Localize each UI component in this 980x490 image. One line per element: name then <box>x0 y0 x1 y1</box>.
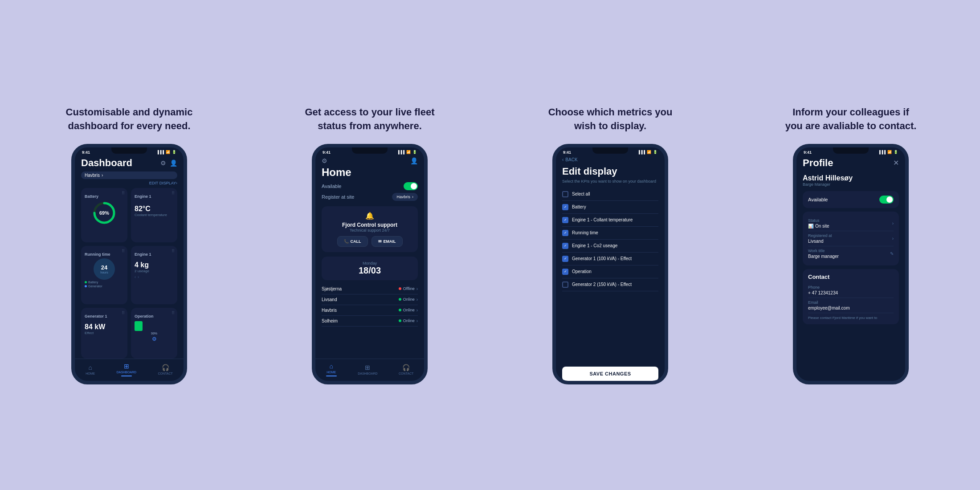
s2-dashboard-icon: ⊞ <box>365 364 370 371</box>
site-tag[interactable]: Havbris › <box>392 193 418 201</box>
s4-battery-icon: 🔋 <box>894 150 898 154</box>
fleet-status-3: Online › <box>399 318 418 323</box>
checkbox-row-4[interactable]: Engine 1 - Co2 useage <box>562 240 658 253</box>
checkbox-row-6[interactable]: Operation <box>562 265 658 278</box>
checkbox-4[interactable] <box>562 243 568 249</box>
drag-icon-engine1b[interactable]: ⠿ <box>172 249 175 253</box>
bell-icon: 🔔 <box>327 212 412 220</box>
registered-value: Livsand <box>808 239 832 244</box>
date-card: Monday 18/03 <box>322 257 418 280</box>
save-changes-button[interactable]: SAVE CHANGES <box>562 367 658 381</box>
screen2-wrapper: Get access to your live fleet status fro… <box>258 106 481 384</box>
status-content: Status 📊 On site <box>808 218 829 229</box>
checkbox-row-0[interactable]: Select all <box>562 188 658 201</box>
op-icon: ⚙ <box>152 336 157 342</box>
screen4-caption: Inform your colleagues if you are avalia… <box>784 106 918 133</box>
drag-icon-engine1[interactable]: ⠿ <box>172 191 175 196</box>
s2-contact-icon: 🎧 <box>402 364 410 371</box>
screen2-top-row: ⚙ 👤 <box>322 157 418 164</box>
nav-contact-label: CONTACT <box>158 372 172 375</box>
checkbox-row-2[interactable]: Engine 1 - Collant temperature <box>562 214 658 227</box>
profile-toggle[interactable] <box>879 196 894 204</box>
nav-dashboard-label: DASHBOARD <box>117 371 136 374</box>
checkbox-3[interactable] <box>562 230 568 236</box>
email-button[interactable]: ✉ EMAIL <box>372 236 403 247</box>
profile-icon[interactable]: 👤 <box>170 159 177 167</box>
work-title-field[interactable]: Work title Barge manager ✎ <box>808 246 894 261</box>
online-dot-3 <box>399 319 401 322</box>
available-toggle[interactable] <box>404 182 418 190</box>
checkbox-label-3: Running time <box>572 230 598 235</box>
hours-circle: 24 hours <box>94 258 115 280</box>
checkbox-row-1[interactable]: Battery <box>562 201 658 214</box>
email-field: Email employee@mail.com <box>808 298 894 313</box>
site-tag-label: Havbris <box>396 195 410 199</box>
s2-nav-dashboard[interactable]: ⊞ DASHBOARD <box>358 364 377 375</box>
checkbox-label-2: Engine 1 - Collant temperature <box>572 217 633 222</box>
engine1b-value: 4 kg <box>135 261 174 269</box>
checkbox-0[interactable] <box>562 191 568 197</box>
s2-nav-contact[interactable]: 🎧 CONTACT <box>399 364 413 375</box>
checkbox-7[interactable] <box>562 282 568 288</box>
fleet-row-1[interactable]: Livsand Online › <box>322 294 418 305</box>
registered-field[interactable]: Registered at Livsand › <box>808 231 894 246</box>
checkbox-list: Select all Battery Engine 1 - Collant te… <box>562 188 658 362</box>
screen3-caption: Choose which metrics you wish to display… <box>543 106 677 133</box>
screen3-phone: 9:41 ▐▐▐ 📶 🔋 ‹ BACK Edit display Select … <box>552 144 668 384</box>
nav-contact[interactable]: 🎧 CONTACT <box>158 364 172 375</box>
phone-label: Phone <box>808 285 838 290</box>
fleet-row-2[interactable]: Havbris Online › <box>322 305 418 316</box>
back-button[interactable]: ‹ BACK <box>562 157 658 162</box>
status-field[interactable]: Status 📊 On site › <box>808 216 894 231</box>
call-label: CALL <box>351 239 361 244</box>
signal-icon: ▐▐▐ <box>156 150 164 154</box>
edit-icon[interactable]: ✎ <box>890 251 894 256</box>
s2-settings-icon[interactable]: ⚙ <box>322 157 327 164</box>
checkbox-6[interactable] <box>562 269 568 275</box>
phone-content: Phone + 47 12341234 <box>808 285 838 295</box>
engine1b-sub: 2 useage <box>135 269 174 273</box>
work-title-label: Work title <box>808 249 839 253</box>
screen1-bottom-nav: ⌂ HOME ⊞ DASHBOARD 🎧 CONTACT <box>75 359 184 381</box>
drag-icon-op[interactable]: ⠿ <box>172 310 175 315</box>
fleet-row-3[interactable]: Solheim Online › <box>322 316 418 327</box>
registered-label: Registered at <box>808 233 832 238</box>
battery-card: Battery ⠿ 69% <box>81 188 127 243</box>
status-text-0: Offline <box>403 286 415 291</box>
checkbox-2[interactable] <box>562 217 568 223</box>
contact-title: Contact <box>808 274 894 280</box>
s2-profile-icon[interactable]: 👤 <box>410 157 418 164</box>
nav-dashboard[interactable]: ⊞ DASHBOARD <box>117 363 136 376</box>
prev-icon[interactable]: ‹ <box>135 275 136 279</box>
drag-icon-running[interactable]: ⠿ <box>122 249 125 253</box>
checkbox-row-3[interactable]: Running time <box>562 227 658 240</box>
screen1-phone: 9:41 ▐▐▐ 📶 🔋 Dashboard ⚙ 👤 Havbris › EDI… <box>71 144 187 384</box>
engine1b-title: Engine 1 <box>135 252 151 257</box>
nav-home[interactable]: ⌂ HOME <box>86 364 95 375</box>
fleet-row-0[interactable]: Sjøstjerna Offline › <box>322 284 418 294</box>
engine1b-values: 4 kg 2 useage <box>135 261 174 273</box>
screen3-status-icons: ▐▐▐ 📶 🔋 <box>637 150 657 154</box>
site-pill[interactable]: Havbris › <box>81 172 177 179</box>
settings-icon[interactable]: ⚙ <box>160 159 166 167</box>
next-icon[interactable]: › <box>138 275 139 279</box>
edit-display-label[interactable]: EDIT DISPLAY <box>149 181 176 185</box>
battery-arc: 69% <box>93 201 116 225</box>
drag-icon-gen1[interactable]: ⠿ <box>122 310 125 315</box>
site-tag-chevron: › <box>412 195 413 199</box>
drag-icon-battery[interactable]: ⠿ <box>122 191 125 196</box>
date-day: Monday <box>326 261 413 265</box>
checkbox-row-7[interactable]: Generator 2 (150 kVA) - Effect <box>562 278 658 291</box>
fleet-name-2: Havbris <box>322 308 337 313</box>
screen3-notch <box>592 147 628 154</box>
screen4-time: 9:41 <box>804 150 812 155</box>
checkbox-1[interactable] <box>562 204 568 210</box>
s2-nav-home[interactable]: ⌂ HOME <box>326 363 337 376</box>
checkbox-row-5[interactable]: Generator 1 (100 kVA) - Effect <box>562 253 658 265</box>
close-button[interactable]: ✕ <box>893 159 899 167</box>
status-label: Status <box>808 218 829 223</box>
legend-generator: Generator <box>85 285 124 288</box>
call-button[interactable]: 📞 CALL <box>337 236 368 247</box>
fleet-status-0: Offline › <box>399 286 418 291</box>
checkbox-5[interactable] <box>562 256 568 262</box>
